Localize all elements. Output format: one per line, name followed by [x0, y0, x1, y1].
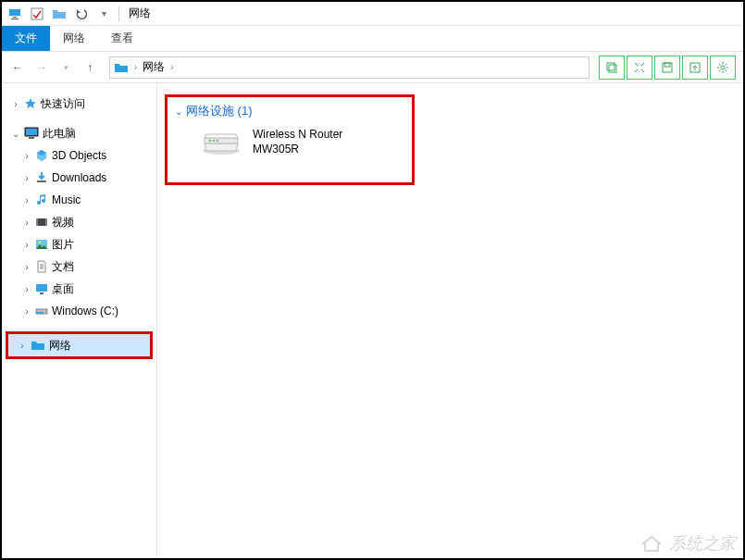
tree-label: 快速访问: [41, 96, 85, 112]
back-button[interactable]: ←: [7, 57, 28, 78]
breadcrumb-network[interactable]: 网络: [143, 59, 165, 75]
tree-quick-access[interactable]: › 快速访问: [2, 93, 156, 115]
window-title: 网络: [129, 6, 151, 21]
highlight-annotation: ⌄ 网络设施 (1) Wireless N Router MW305R: [165, 94, 415, 185]
video-icon: [35, 216, 48, 229]
ribbon-tab-file[interactable]: 文件: [2, 26, 50, 51]
ribbon-tab-network[interactable]: 网络: [50, 26, 98, 51]
quick-access-new-folder-icon[interactable]: [50, 5, 68, 23]
device-item-router[interactable]: Wireless N Router MW305R: [175, 127, 404, 156]
music-icon: [35, 193, 48, 206]
app-icon: [6, 5, 24, 23]
tree-this-pc[interactable]: ⌄ 此电脑: [2, 122, 156, 144]
svg-rect-8: [26, 129, 37, 135]
svg-rect-13: [45, 218, 47, 226]
tool-settings-icon[interactable]: [710, 56, 736, 80]
tree-label: 图片: [52, 237, 74, 253]
tool-expand-icon[interactable]: [627, 56, 652, 80]
tree-videos[interactable]: › 视频: [2, 211, 156, 233]
group-title: 网络设施 (1): [186, 103, 253, 119]
chevron-right-icon[interactable]: ›: [134, 62, 137, 72]
expander-icon[interactable]: ›: [22, 262, 31, 272]
star-icon: [24, 97, 37, 110]
device-name-line2: MW305R: [253, 142, 342, 156]
cube-icon: [35, 149, 48, 162]
document-icon: [35, 260, 48, 273]
expander-icon[interactable]: ›: [22, 284, 31, 294]
tree-label: Music: [52, 193, 81, 206]
svg-point-21: [209, 140, 211, 142]
tool-save-icon[interactable]: [654, 56, 680, 80]
device-name-line1: Wireless N Router: [253, 127, 342, 142]
customize-qat-dropdown[interactable]: ▾: [94, 5, 113, 23]
expander-icon[interactable]: ›: [22, 151, 31, 161]
tree-label: 网络: [49, 338, 71, 354]
svg-rect-17: [40, 292, 43, 294]
svg-point-23: [217, 140, 218, 142]
address-bar[interactable]: › 网络 ›: [109, 56, 590, 79]
content-pane: ⌄ 网络设施 (1) Wireless N Router MW305R: [157, 83, 743, 558]
ribbon-tabs: 文件 网络 查看: [2, 26, 743, 52]
navigation-pane: › 快速访问 ⌄ 此电脑 › 3D Objects › Downloads › …: [2, 83, 157, 558]
tree-network[interactable]: › 网络: [8, 334, 150, 356]
tree-drive-c[interactable]: › Windows (C:): [2, 300, 156, 322]
expander-icon[interactable]: ›: [11, 99, 20, 109]
tree-label: 此电脑: [43, 126, 76, 142]
tree-documents[interactable]: › 文档: [2, 255, 156, 278]
undo-icon[interactable]: [72, 5, 91, 23]
svg-rect-19: [36, 312, 43, 314]
svg-rect-9: [29, 137, 34, 139]
expander-icon[interactable]: ›: [22, 306, 31, 317]
tree-label: Windows (C:): [52, 305, 118, 317]
body-split: › 快速访问 ⌄ 此电脑 › 3D Objects › Downloads › …: [2, 83, 743, 558]
svg-rect-4: [664, 63, 670, 67]
tool-share-icon[interactable]: [682, 56, 708, 80]
right-toolbar: [599, 56, 736, 80]
chevron-right-icon[interactable]: ›: [170, 62, 173, 72]
recent-locations-dropdown[interactable]: ▾: [56, 57, 76, 78]
expander-icon[interactable]: ›: [22, 195, 31, 205]
forward-button[interactable]: →: [31, 57, 52, 78]
expander-collapse-icon[interactable]: ⌄: [11, 129, 20, 139]
tree-label: 视频: [52, 215, 74, 230]
svg-rect-12: [36, 218, 38, 226]
expander-icon[interactable]: ›: [22, 173, 31, 183]
group-header-network-infrastructure[interactable]: ⌄ 网络设施 (1): [175, 103, 404, 119]
up-button[interactable]: ↑: [80, 57, 100, 78]
nav-bar: ← → ▾ ↑ › 网络 ›: [2, 52, 743, 83]
tree-downloads[interactable]: › Downloads: [2, 167, 156, 189]
tree-pictures[interactable]: › 图片: [2, 233, 156, 255]
device-labels: Wireless N Router MW305R: [253, 127, 342, 156]
svg-point-15: [39, 242, 41, 243]
ribbon-tab-view[interactable]: 查看: [98, 26, 146, 51]
highlight-annotation: › 网络: [6, 331, 153, 359]
expander-icon[interactable]: ›: [22, 240, 31, 250]
tree-desktop[interactable]: › 桌面: [2, 278, 156, 300]
network-folder-icon: [31, 339, 45, 352]
expander-icon[interactable]: ›: [22, 218, 31, 228]
desktop-icon: [35, 282, 48, 295]
network-breadcrumb-icon: [114, 61, 129, 74]
titlebar-divider: [118, 6, 119, 21]
monitor-icon: [24, 127, 39, 140]
tree-label: 3D Objects: [52, 149, 106, 162]
tree-label: 桌面: [52, 281, 74, 297]
image-icon: [35, 238, 48, 251]
svg-rect-16: [36, 284, 47, 292]
expander-icon[interactable]: ›: [18, 341, 27, 351]
tree-music[interactable]: › Music: [2, 189, 156, 211]
svg-rect-2: [609, 65, 616, 72]
quick-access-properties-icon[interactable]: [28, 5, 46, 23]
chevron-down-icon[interactable]: ⌄: [175, 106, 182, 117]
svg-rect-10: [37, 180, 46, 182]
svg-rect-0: [31, 8, 43, 19]
svg-point-6: [721, 66, 725, 69]
router-icon: [199, 127, 243, 156]
tree-3d-objects[interactable]: › 3D Objects: [2, 144, 156, 167]
svg-point-22: [213, 140, 215, 142]
drive-icon: [35, 305, 48, 317]
tree-label: 文档: [52, 259, 74, 275]
svg-rect-1: [607, 63, 615, 70]
tool-copy-icon[interactable]: [599, 56, 625, 80]
tree-label: Downloads: [52, 171, 106, 184]
